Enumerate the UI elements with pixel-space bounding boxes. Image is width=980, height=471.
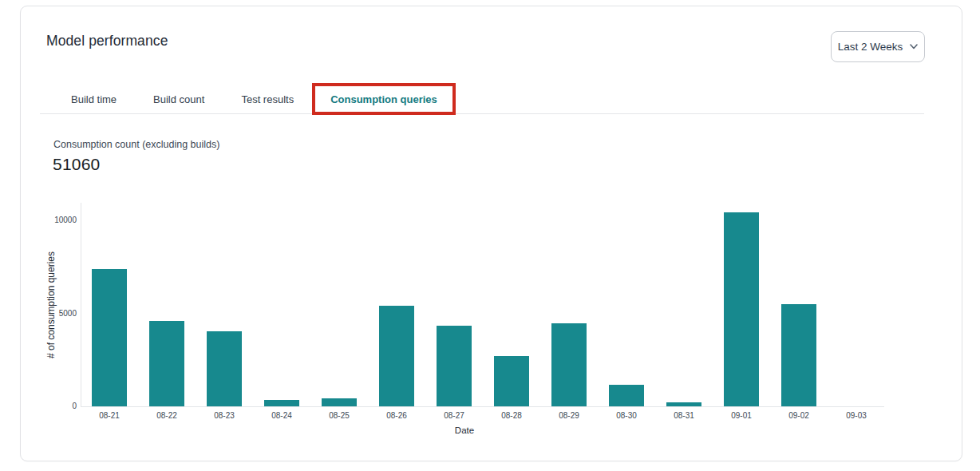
x-tick-label-08-30: 08-30 [598, 411, 655, 420]
tab-build-time[interactable]: Build time [71, 93, 117, 105]
bar-08-22 [149, 321, 184, 406]
x-tick-label-08-21: 08-21 [81, 411, 138, 420]
bar-08-31 [666, 402, 701, 406]
bar-09-02 [781, 304, 816, 406]
y-tick-label: 0 [29, 402, 77, 410]
x-axis-label: Date [455, 425, 474, 435]
tab-bar: Build timeBuild countTest resultsConsump… [71, 83, 456, 115]
x-tick-label-09-01: 09-01 [713, 411, 770, 420]
x-tick-label-08-25: 08-25 [310, 411, 368, 420]
x-tick-label-08-24: 08-24 [253, 411, 310, 420]
bar-08-23 [207, 331, 242, 406]
x-tick-label-08-22: 08-22 [138, 411, 196, 420]
consumption-queries-chart: # of consumption queries Date 0500010000… [21, 6, 962, 461]
x-tick-label-08-31: 08-31 [655, 411, 713, 420]
x-tick-label-09-02: 09-02 [770, 411, 828, 420]
bar-09-01 [724, 212, 759, 406]
bar-08-24 [264, 400, 299, 406]
bar-08-27 [437, 326, 472, 406]
x-axis-line [81, 406, 884, 407]
model-performance-card: Model performance Last 2 Weeks Build tim… [20, 6, 962, 461]
y-tick-label: 5000 [29, 309, 77, 318]
x-tick-label-08-29: 08-29 [540, 411, 598, 420]
bar-08-26 [379, 306, 414, 406]
bar-08-21 [92, 269, 127, 406]
y-axis-label: # of consumption queries [45, 251, 57, 358]
bar-08-30 [609, 385, 644, 406]
x-tick-label-08-26: 08-26 [368, 411, 425, 420]
bar-08-25 [322, 398, 357, 406]
x-tick-label-08-23: 08-23 [196, 411, 253, 420]
bar-08-29 [551, 323, 587, 406]
x-tick-label-08-27: 08-27 [425, 411, 483, 420]
y-axis-line [81, 203, 81, 406]
y-tick-label: 10000 [29, 216, 77, 224]
tab-consumption-queries[interactable]: Consumption queries [330, 93, 437, 105]
x-tick-label-08-28: 08-28 [483, 411, 540, 420]
bar-08-28 [494, 356, 529, 406]
tab-test-results[interactable]: Test results [241, 93, 294, 105]
annotation-highlight-box: Consumption queries [312, 83, 456, 115]
x-tick-label-09-03: 09-03 [828, 411, 885, 420]
tab-build-count[interactable]: Build count [153, 93, 204, 105]
